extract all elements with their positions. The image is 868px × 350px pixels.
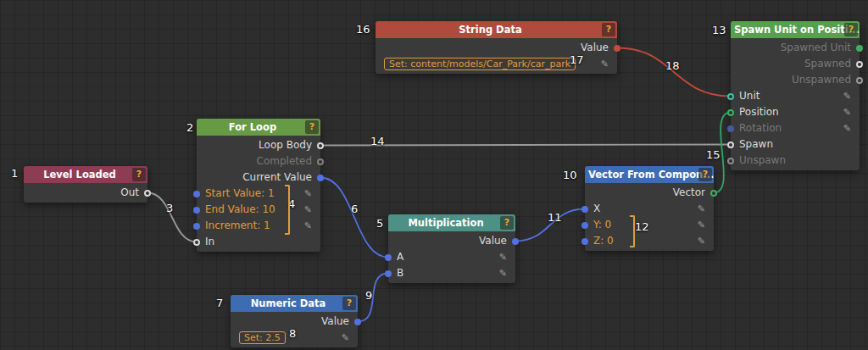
node-header[interactable]: Level Loaded? bbox=[24, 166, 147, 183]
row-spawned-unit: Spawned Unit bbox=[731, 40, 860, 56]
node-header[interactable]: Multiplication? bbox=[388, 214, 515, 231]
row-label: Z: 0 bbox=[593, 233, 693, 249]
annotation-bracket-2 bbox=[630, 215, 635, 247]
edit-icon[interactable]: ✎ bbox=[300, 202, 312, 218]
port-a[interactable] bbox=[385, 254, 392, 261]
row-b: B✎ bbox=[388, 265, 515, 281]
port-value[interactable] bbox=[354, 319, 361, 325]
annotation-number-6: 6 bbox=[351, 203, 358, 215]
node-title: Level Loaded bbox=[43, 169, 116, 181]
port-unit[interactable] bbox=[727, 93, 734, 100]
row-label: Completed bbox=[205, 153, 312, 169]
row-label: Unspawn bbox=[739, 153, 851, 169]
port-spawned-unit[interactable] bbox=[856, 45, 863, 52]
wire-level-out-to-forloop-in[interactable] bbox=[147, 193, 197, 242]
port-z-0[interactable] bbox=[581, 238, 588, 245]
node-header[interactable]: Spawn Unit on Positi...? bbox=[731, 21, 860, 38]
row-label: Current Value bbox=[205, 169, 312, 186]
port-current-value[interactable] bbox=[317, 175, 324, 181]
node-header[interactable]: String Data? bbox=[376, 21, 617, 38]
node-vector-from-components[interactable]: Vector From Compon...?VectorX✎Y: 0✎Z: 0✎ bbox=[585, 166, 714, 251]
port-value[interactable] bbox=[512, 238, 519, 245]
node-header[interactable]: Vector From Compon...? bbox=[585, 166, 714, 183]
edit-icon[interactable]: ✎ bbox=[597, 56, 609, 72]
port-end-value-10[interactable] bbox=[193, 207, 200, 214]
port-start-value-1[interactable] bbox=[193, 191, 200, 197]
edit-icon[interactable]: ✎ bbox=[839, 120, 851, 136]
port-value[interactable] bbox=[614, 45, 620, 52]
help-icon[interactable]: ? bbox=[342, 297, 356, 310]
node-level-loaded[interactable]: Level Loaded?Out bbox=[24, 166, 147, 203]
row-unit: Unit✎ bbox=[731, 88, 860, 104]
port-unspawn[interactable] bbox=[727, 158, 734, 164]
help-icon[interactable]: ? bbox=[132, 168, 146, 181]
port-x[interactable] bbox=[581, 206, 588, 213]
port-unspawned[interactable] bbox=[856, 77, 863, 84]
help-icon[interactable]: ? bbox=[500, 216, 514, 230]
port-position[interactable] bbox=[727, 109, 734, 116]
row-in: In bbox=[197, 234, 320, 250]
help-icon[interactable]: ? bbox=[698, 168, 712, 181]
row-completed: Completed bbox=[197, 153, 320, 169]
row-label: Spawn bbox=[739, 136, 851, 153]
row-loop-body: Loop Body bbox=[197, 137, 320, 153]
edit-icon[interactable]: ✎ bbox=[839, 104, 851, 120]
annotation-number-3: 3 bbox=[166, 202, 173, 214]
port-spawned[interactable] bbox=[856, 61, 863, 68]
port-vector[interactable] bbox=[710, 190, 717, 197]
node-multiplication[interactable]: Multiplication?ValueA✎B✎ bbox=[388, 214, 515, 283]
row-label: A bbox=[397, 249, 495, 265]
annotation-number-17: 17 bbox=[570, 53, 584, 66]
edit-icon[interactable]: ✎ bbox=[300, 186, 312, 202]
set-value-field[interactable]: Set: 2.5 bbox=[239, 331, 286, 344]
annotation-number-7: 7 bbox=[216, 297, 223, 309]
help-icon[interactable]: ? bbox=[844, 23, 858, 36]
edit-icon[interactable]: ✎ bbox=[839, 88, 851, 104]
edit-icon[interactable]: ✎ bbox=[693, 233, 705, 249]
row-label: Position bbox=[739, 104, 839, 120]
node-spawn-unit-on-position[interactable]: Spawn Unit on Positi...?Spawned UnitSpaw… bbox=[731, 21, 860, 170]
edit-icon[interactable]: ✎ bbox=[693, 201, 705, 217]
edit-icon[interactable]: ✎ bbox=[337, 330, 349, 346]
annotation-number-8: 8 bbox=[289, 327, 296, 340]
annotation-number-9: 9 bbox=[365, 289, 372, 302]
node-header[interactable]: Numeric Data? bbox=[231, 295, 358, 312]
row-label: Rotation bbox=[739, 120, 839, 136]
edit-icon[interactable]: ✎ bbox=[495, 249, 507, 265]
edit-icon[interactable]: ✎ bbox=[495, 265, 507, 281]
annotation-number-14: 14 bbox=[370, 135, 385, 147]
set-value-field[interactable]: Set: content/models/Car_Park/car_park bbox=[384, 58, 576, 70]
help-icon[interactable]: ? bbox=[602, 23, 615, 36]
port-out[interactable] bbox=[144, 190, 151, 197]
annotation-number-13: 13 bbox=[712, 24, 726, 36]
port-increment-1[interactable] bbox=[193, 223, 200, 230]
node-title: Spawn Unit on Positi... bbox=[734, 24, 860, 36]
node-title: Multiplication bbox=[408, 217, 483, 229]
row-vector: Vector bbox=[585, 185, 714, 201]
row-z-0: Z: 0✎ bbox=[585, 233, 714, 249]
node-for-loop[interactable]: For Loop?Loop BodyCompletedCurrent Value… bbox=[197, 119, 320, 252]
row-rotation: Rotation✎ bbox=[731, 120, 860, 136]
port-rotation[interactable] bbox=[727, 125, 734, 132]
row-x: X✎ bbox=[585, 201, 714, 217]
node-graph-canvas[interactable]: Level Loaded?OutFor Loop?Loop BodyComple… bbox=[0, 0, 868, 350]
port-b[interactable] bbox=[385, 270, 392, 277]
edit-icon[interactable]: ✎ bbox=[300, 218, 312, 234]
wire-numeric-value-to-mult-b[interactable] bbox=[358, 274, 388, 322]
port-spawn[interactable] bbox=[727, 142, 734, 148]
row-unspawned: Unspawned bbox=[731, 72, 860, 88]
port-y-0[interactable] bbox=[581, 222, 588, 229]
annotation-bracket-1 bbox=[285, 185, 290, 235]
row-label: Spawned Unit bbox=[739, 40, 851, 56]
port-loop-body[interactable] bbox=[317, 142, 324, 149]
row-y-0: Y: 0✎ bbox=[585, 217, 714, 233]
edit-icon[interactable]: ✎ bbox=[693, 217, 705, 233]
port-in[interactable] bbox=[193, 239, 200, 246]
wire-string-value-to-spawn-unit[interactable] bbox=[617, 48, 731, 97]
row-label: Out bbox=[32, 185, 139, 201]
port-completed[interactable] bbox=[317, 158, 324, 165]
help-icon[interactable]: ? bbox=[305, 120, 319, 134]
node-header[interactable]: For Loop? bbox=[197, 119, 320, 136]
annotation-number-16: 16 bbox=[356, 23, 370, 36]
row-start-value-1: Start Value: 1✎ bbox=[197, 186, 320, 202]
